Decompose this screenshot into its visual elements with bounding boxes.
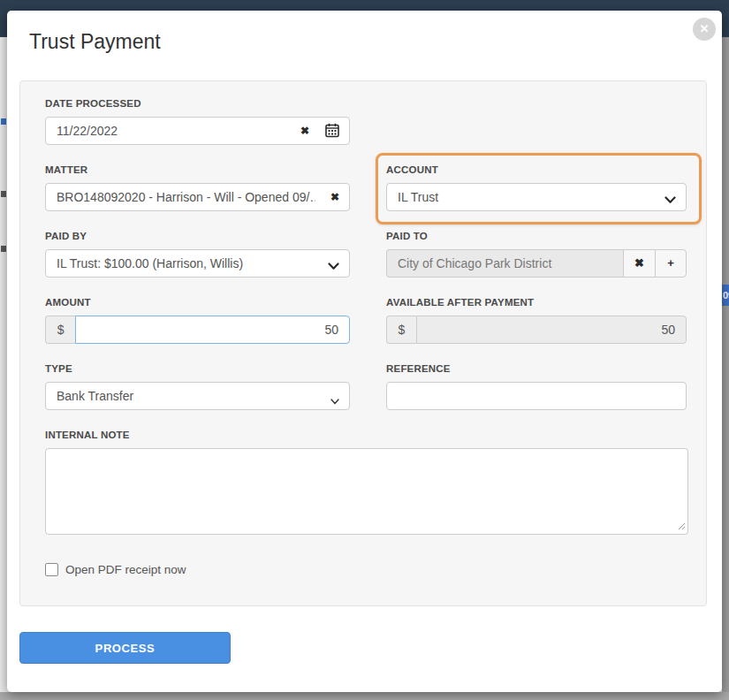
paid-by-select[interactable]: IL Trust: $100.00 (Harrison, Willis) (45, 249, 350, 278)
currency-addon: $ (45, 316, 75, 344)
clear-paid-to-icon[interactable]: ✖ (623, 249, 655, 278)
matter-input[interactable] (45, 183, 350, 211)
account-select-value: IL Trust (398, 190, 438, 204)
paid-by-select-value: IL Trust: $100.00 (Harrison, Willis) (57, 256, 243, 270)
type-select[interactable]: Bank Transfer (45, 382, 350, 410)
type-field: TYPE Bank Transfer (45, 363, 350, 410)
background-right-sliver (722, 37, 729, 692)
open-pdf-receipt-checkbox[interactable] (45, 563, 58, 576)
chevron-down-icon (330, 393, 339, 407)
matter-label: MATTER (45, 164, 350, 176)
type-label: TYPE (45, 363, 350, 375)
clear-matter-icon[interactable]: ✖ (330, 183, 339, 211)
account-highlight-outline: ACCOUNT IL Trust (376, 153, 702, 224)
internal-note-field: INTERNAL NOTE (45, 430, 687, 535)
paid-to-label: PAID TO (386, 231, 687, 242)
background-content-fragment (1, 191, 6, 197)
add-contact-icon[interactable]: + (655, 249, 687, 278)
form-panel: DATE PROCESSED ✖ (19, 80, 707, 606)
account-field: ACCOUNT IL Trust (386, 153, 687, 224)
chevron-down-icon (664, 193, 676, 207)
clear-date-icon[interactable]: ✖ (300, 117, 309, 145)
paid-to-input (386, 249, 623, 278)
available-after-payment-label: AVAILABLE AFTER PAYMENT (386, 297, 687, 308)
background-blue-fragment: 09 (722, 285, 729, 306)
background-content-fragment (1, 118, 6, 125)
amount-field: AMOUNT $ (45, 297, 350, 344)
amount-label: AMOUNT (45, 297, 350, 308)
paid-by-label: PAID BY (45, 231, 350, 242)
amount-input[interactable] (75, 316, 350, 344)
process-button[interactable]: PROCESS (19, 632, 231, 664)
chevron-down-icon (328, 259, 339, 273)
close-icon[interactable]: ✕ (693, 18, 716, 41)
trust-payment-modal: ✕ Trust Payment DATE PROCESSED ✖ (7, 11, 722, 692)
account-select[interactable]: IL Trust (386, 183, 687, 211)
modal-title: Trust Payment (29, 30, 722, 54)
matter-field: MATTER ✖ (45, 164, 350, 211)
reference-field: REFERENCE (386, 363, 687, 410)
available-after-payment-input (416, 316, 687, 344)
open-pdf-receipt-row: Open PDF receipt now (45, 563, 687, 576)
type-select-value: Bank Transfer (57, 389, 133, 403)
internal-note-label: INTERNAL NOTE (45, 430, 687, 441)
calendar-icon[interactable] (325, 123, 339, 139)
available-after-payment-field: AVAILABLE AFTER PAYMENT $ (386, 297, 687, 344)
date-processed-label: DATE PROCESSED (45, 98, 350, 110)
paid-by-field: PAID BY IL Trust: $100.00 (Harrison, Wil… (45, 231, 350, 278)
internal-note-textarea[interactable] (45, 448, 688, 535)
background-left-sliver (0, 37, 7, 692)
screen: 09 ✕ Trust Payment DATE PROCESSED ✖ (0, 0, 729, 700)
reference-label: REFERENCE (386, 363, 687, 375)
background-bottom-strip (0, 692, 729, 700)
currency-addon: $ (386, 316, 416, 344)
background-content-fragment (1, 246, 6, 252)
date-processed-field: DATE PROCESSED ✖ (45, 98, 350, 145)
paid-to-field: PAID TO ✖ + (386, 231, 687, 278)
resize-grip-icon[interactable] (678, 522, 686, 530)
account-label: ACCOUNT (386, 164, 687, 176)
reference-input[interactable] (386, 382, 687, 410)
open-pdf-receipt-label[interactable]: Open PDF receipt now (65, 563, 186, 576)
